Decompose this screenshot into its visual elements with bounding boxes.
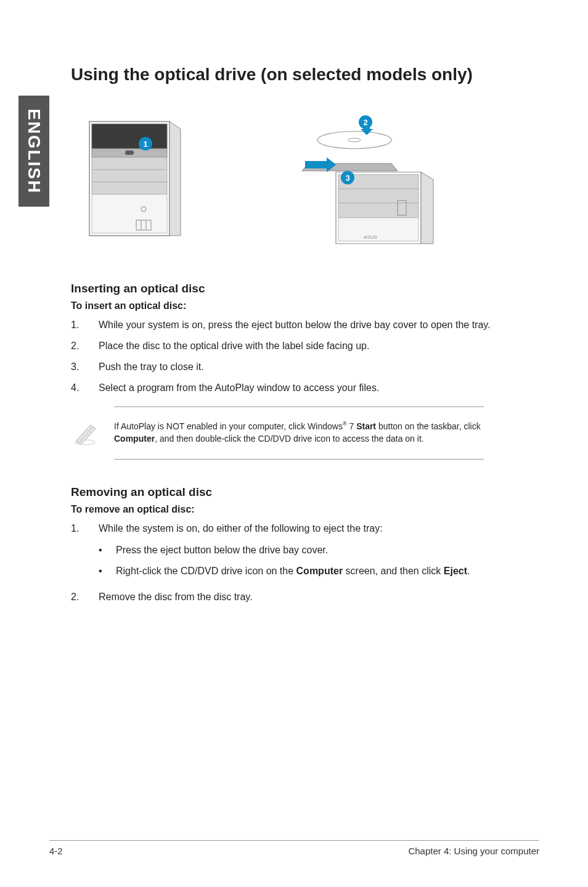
list-item: 2.Place the disc to the optical drive wi…	[71, 339, 521, 353]
callout-2: 2	[359, 115, 372, 129]
list-item: 4.Select a program from the AutoPlay win…	[71, 381, 521, 395]
note-text: If AutoPlay is NOT enabled in your compu…	[114, 420, 490, 445]
b2-pre: Right-click the CD/DVD drive icon on the	[116, 566, 296, 576]
svg-text:ASUS: ASUS	[364, 234, 377, 240]
note-post: , and then double-click the CD/DVD drive…	[155, 434, 424, 444]
remove-section: Removing an optical disc To remove an op…	[71, 485, 521, 604]
callout-1: 1	[139, 137, 152, 151]
insert-steps: 1.While your system is on, press the eje…	[71, 318, 521, 395]
remove-heading: Removing an optical disc	[71, 485, 521, 499]
page-content: Using the optical drive (on selected mod…	[71, 65, 521, 616]
svg-point-13	[317, 131, 391, 149]
step-text: While the system is on, do either of the…	[99, 521, 521, 584]
note-computer-word: Computer	[114, 434, 155, 444]
step-text: Push the tray to close it.	[99, 360, 521, 374]
b2-mid: screen, and then click	[343, 566, 444, 576]
step-text: Select a program from the AutoPlay windo…	[99, 381, 521, 395]
insert-subheading: To insert an optical disc:	[71, 300, 521, 311]
page-title: Using the optical drive (on selected mod…	[71, 65, 521, 85]
note-pencil-icon	[71, 421, 99, 446]
note-start-word: Start	[356, 421, 376, 431]
bullet-marker: •	[99, 542, 116, 558]
step-number: 2.	[71, 339, 99, 353]
bullet-item: •Right-click the CD/DVD drive icon on th…	[99, 563, 521, 579]
note-divider-top	[114, 406, 484, 407]
step-number: 1.	[71, 318, 99, 332]
svg-line-28	[80, 427, 93, 441]
bullet-list: •Press the eject button below the drive …	[99, 542, 521, 579]
list-item: 1. While the system is on, do either of …	[71, 521, 521, 584]
svg-marker-1	[169, 122, 181, 236]
step1-intro: While the system is on, do either of the…	[99, 523, 383, 534]
note-mid1: 7	[347, 421, 357, 431]
svg-rect-5	[92, 157, 167, 194]
step-number: 3.	[71, 360, 99, 374]
tower-front-illustration	[77, 115, 188, 239]
svg-rect-4	[125, 151, 134, 155]
language-tab: ENGLISH	[18, 96, 49, 207]
figure-2: ASUS 2 3	[274, 115, 447, 245]
step-text: While your system is on, press the eject…	[99, 318, 521, 332]
svg-point-14	[348, 138, 361, 142]
bullet-marker: •	[99, 563, 116, 579]
b2-computer: Computer	[296, 566, 343, 576]
note-mid2: button on the taskbar, click	[376, 421, 481, 431]
b2-post: .	[467, 566, 470, 576]
figure-1: 1	[77, 115, 250, 245]
page-footer: 4-2 Chapter 4: Using your computer	[49, 840, 539, 856]
svg-rect-8	[92, 194, 167, 233]
note-sup: ®	[343, 421, 347, 427]
step-text: Remove the disc from the disc tray.	[99, 590, 521, 604]
bullet-text: Press the eject button below the drive b…	[116, 542, 328, 558]
list-item: 3.Push the tray to close it.	[71, 360, 521, 374]
page-number: 4-2	[49, 846, 63, 856]
callout-3: 3	[341, 171, 354, 184]
svg-rect-2	[92, 124, 167, 149]
step-number: 2.	[71, 590, 99, 604]
b2-eject: Eject	[444, 566, 467, 576]
chapter-label: Chapter 4: Using your computer	[408, 846, 539, 856]
note-pre: If AutoPlay is NOT enabled in your compu…	[114, 421, 343, 431]
figure-row: 1 ASUS	[77, 115, 521, 245]
bullet-item: •Press the eject button below the drive …	[99, 542, 521, 558]
note-box: If AutoPlay is NOT enabled in your compu…	[71, 415, 490, 452]
svg-marker-18	[421, 172, 433, 244]
bullet-text: Right-click the CD/DVD drive icon on the…	[116, 563, 470, 579]
step-number: 4.	[71, 381, 99, 395]
note-divider-bottom	[114, 459, 484, 460]
svg-rect-22	[338, 218, 419, 241]
list-item: 1.While your system is on, press the eje…	[71, 318, 521, 332]
tower-insert-illustration: ASUS	[274, 115, 447, 245]
insert-heading: Inserting an optical disc	[71, 282, 521, 295]
remove-steps: 1. While the system is on, do either of …	[71, 521, 521, 604]
step-number: 1.	[71, 521, 99, 584]
step-text: Place the disc to the optical drive with…	[99, 339, 521, 353]
list-item: 2.Remove the disc from the disc tray.	[71, 590, 521, 604]
remove-subheading: To remove an optical disc:	[71, 504, 521, 515]
